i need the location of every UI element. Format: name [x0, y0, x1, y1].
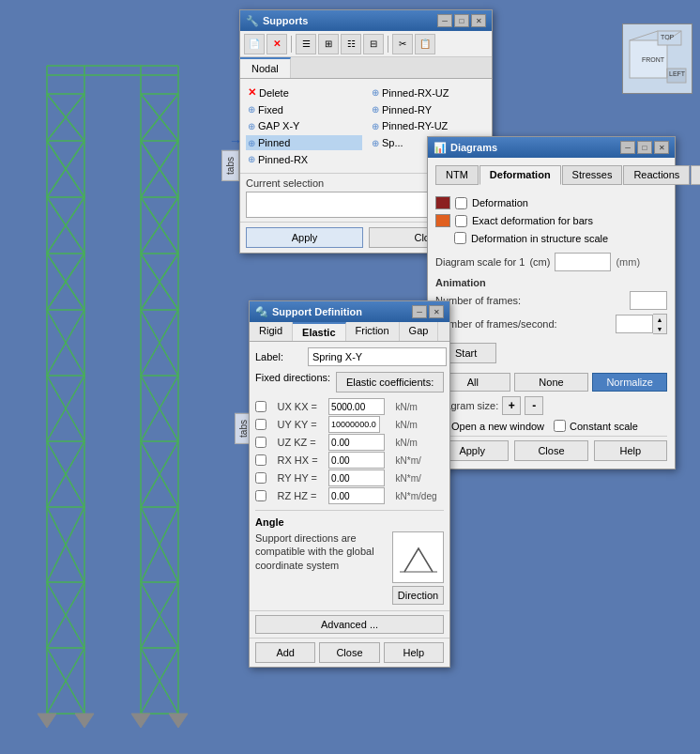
rz-label: RZ HZ =: [277, 490, 325, 501]
angle-title: Angle: [255, 516, 444, 528]
rz-input[interactable]: [328, 487, 385, 504]
spin-down-btn[interactable]: ▼: [653, 324, 666, 333]
fixed-dir-label: Fixed directions:: [255, 372, 330, 383]
spin-up-btn[interactable]: ▲: [653, 315, 666, 324]
exact-deformation-checkbox[interactable]: [455, 215, 467, 227]
grid-view-btn[interactable]: ⊞: [318, 34, 339, 54]
tab-gap[interactable]: Gap: [400, 322, 439, 341]
diagrams-title-bar: 📊 Diagrams ─ □ ✕: [428, 137, 675, 158]
constant-scale-checkbox[interactable]: [554, 420, 566, 432]
diagram-scale-input[interactable]: [555, 253, 611, 271]
sd-help-button[interactable]: Help: [384, 642, 444, 663]
supports-maximize-btn[interactable]: □: [454, 14, 469, 27]
supports-close-btn[interactable]: ✕: [471, 14, 486, 27]
supports-minimize-btn[interactable]: ─: [437, 14, 452, 27]
list-item[interactable]: ⊕ GAP X-Y: [246, 118, 362, 134]
rz-unit: kN*m/deg: [396, 491, 444, 501]
tab-rigid[interactable]: Rigid: [250, 322, 293, 341]
in-scale-label: Deformation in structure scale: [471, 233, 608, 244]
in-scale-checkbox[interactable]: [454, 232, 466, 244]
spin-arrows: ▲ ▼: [653, 314, 667, 334]
scissors-btn[interactable]: ✂: [392, 34, 413, 54]
supports-title-bar: 🔧 Supports ─ □ ✕: [240, 10, 492, 31]
ux-checkbox[interactable]: [255, 401, 266, 412]
deformation-checkbox[interactable]: [455, 197, 467, 209]
size-minus-btn[interactable]: -: [525, 396, 543, 415]
list-item[interactable]: ⊕ Pinned-RY: [370, 102, 486, 118]
rx-checkbox[interactable]: [255, 454, 266, 466]
list-item[interactable]: ⊕ Pinned-RX-UZ: [370, 85, 486, 101]
ux-input[interactable]: [328, 398, 385, 415]
tab-ntm[interactable]: NTM: [435, 165, 479, 185]
tab-stresses[interactable]: Stresses: [562, 165, 623, 185]
tab-elastic[interactable]: Elastic: [293, 322, 345, 341]
list-item[interactable]: ⊕ Pinned-RY-UZ: [370, 118, 486, 134]
diagram-size-row: Diagram size: + -: [435, 396, 667, 415]
direction-button[interactable]: Direction: [392, 586, 444, 605]
uy-checkbox[interactable]: [255, 419, 266, 430]
angle-content: Support directions are compatible with t…: [255, 531, 444, 605]
support-def-close-btn[interactable]: ✕: [429, 305, 444, 318]
deformation-row: Deformation: [435, 196, 667, 209]
elastic-coeff-btn[interactable]: Elastic coefficients:: [336, 372, 444, 392]
tab-more[interactable]: ▶: [691, 165, 700, 185]
side-tab-left[interactable]: tabs: [221, 150, 239, 181]
add-button[interactable]: Add: [255, 642, 315, 663]
uy-unit: kN/m: [396, 420, 444, 430]
ry-input[interactable]: [328, 469, 385, 486]
paste-btn[interactable]: 📋: [415, 34, 435, 54]
frames-per-sec-spinner: 8 ▲ ▼: [616, 314, 667, 334]
dof-grid: UX KX = kN/m UY KY = kN/m UZ KZ = kN/m R…: [255, 398, 444, 504]
list-item-selected[interactable]: ⊕ Pinned →: [246, 135, 362, 151]
item-label: Fixed: [258, 104, 283, 115]
ry-unit: kN*m/: [396, 473, 444, 484]
advanced-button[interactable]: Advanced ...: [255, 615, 444, 634]
label-input[interactable]: [308, 347, 447, 366]
uy-input[interactable]: [328, 416, 380, 433]
diagrams-maximize-btn[interactable]: □: [637, 141, 652, 154]
rz-checkbox[interactable]: [255, 490, 266, 501]
diagrams-dialog: 📊 Diagrams ─ □ ✕ NTM Deformation Stresse…: [427, 136, 676, 469]
none-button[interactable]: None: [514, 373, 589, 392]
normalize-button[interactable]: Normalize: [592, 373, 667, 392]
angle-diagram: [392, 531, 444, 583]
diagrams-minimize-btn[interactable]: ─: [620, 141, 635, 154]
diagrams-help-btn[interactable]: Help: [594, 440, 667, 461]
icon-view-btn[interactable]: ⊟: [363, 34, 384, 54]
frames-per-sec-input[interactable]: 8: [616, 315, 653, 333]
support-def-minimize-btn[interactable]: ─: [412, 305, 427, 318]
diagrams-close-btn[interactable]: ✕: [654, 141, 669, 154]
uz-checkbox[interactable]: [255, 437, 266, 448]
pin-icon: ⊕: [372, 138, 379, 148]
list-view-btn[interactable]: ☰: [296, 34, 316, 54]
size-plus-btn[interactable]: +: [502, 396, 521, 415]
list-item[interactable]: ⊕ Pinned-RX: [246, 151, 362, 167]
uz-label: UZ KZ =: [277, 437, 325, 448]
rx-label: RX HX =: [277, 454, 325, 466]
tab-reactions[interactable]: Reactions: [623, 165, 690, 185]
ux-unit: kN/m: [396, 402, 444, 412]
structure-drawing: ◀: [9, 19, 216, 732]
delete-btn[interactable]: ✕: [266, 34, 287, 54]
apply-button[interactable]: Apply: [246, 227, 363, 248]
svg-text:TOP: TOP: [661, 34, 675, 40]
pin-icon: ⊕: [372, 121, 379, 131]
details-view-btn[interactable]: ☷: [341, 34, 361, 54]
deformation-label: Deformation: [472, 197, 528, 208]
diagrams-close-btn[interactable]: Close: [514, 440, 587, 461]
rx-input[interactable]: [328, 452, 385, 469]
tab-deformation[interactable]: Deformation: [479, 165, 561, 185]
frames-per-sec-label: Number of frames/second:: [435, 318, 611, 330]
doc-btn[interactable]: 📄: [244, 34, 265, 54]
checkbox-section: Deformation Exact deformation for bars D…: [435, 192, 667, 253]
ry-checkbox[interactable]: [255, 472, 266, 484]
tab-friction[interactable]: Friction: [346, 322, 400, 341]
list-item[interactable]: ✕ Delete: [246, 85, 362, 101]
tab-nodal[interactable]: Nodal: [240, 57, 291, 78]
item-label: Pinned-RX-UZ: [382, 87, 449, 99]
num-frames-input[interactable]: 10: [630, 291, 667, 310]
diagram-scale-row: Diagram scale for 1 (cm) (mm): [435, 253, 667, 271]
sd-close-button[interactable]: Close: [319, 642, 379, 663]
list-item[interactable]: ⊕ Fixed: [246, 102, 362, 118]
uz-input[interactable]: [328, 434, 385, 451]
